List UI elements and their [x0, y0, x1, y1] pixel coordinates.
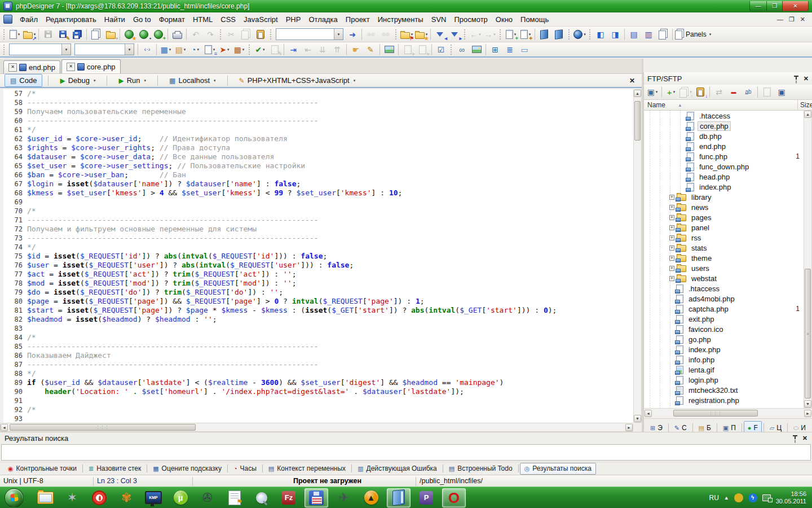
- code-line[interactable]: 61*/: [3, 125, 633, 134]
- menu-php[interactable]: PHP: [282, 14, 305, 25]
- code-line[interactable]: 62$user_id = $core->user_id; // Идентифи…: [3, 134, 633, 143]
- menu-инструменты[interactable]: Инструменты: [374, 14, 427, 25]
- expand-icon[interactable]: +: [669, 205, 674, 210]
- code-line[interactable]: 67$login = isset($datauser['name']) ? $d…: [3, 179, 633, 189]
- menu-go-to[interactable]: Go to: [129, 14, 155, 25]
- expand-icon[interactable]: +: [669, 195, 674, 200]
- code-line[interactable]: 81$start = isset($_REQUEST['page']) ? $p…: [3, 306, 633, 315]
- menu-html[interactable]: HTML: [189, 14, 217, 25]
- tree-vertical-scrollbar[interactable]: ▲ ≡ ▼: [804, 111, 812, 408]
- transfer-icon[interactable]: ⇄: [712, 85, 726, 99]
- code-line[interactable]: 82$headmod = isset($headmod) ? $headmod …: [3, 315, 633, 324]
- goto-wizard-icon[interactable]: ➤▾: [217, 43, 232, 56]
- tree-item-func-down-php[interactable]: func_down.php: [687, 161, 812, 172]
- code-line[interactable]: 89if ($user_id && $datauser['lastdate'] …: [3, 378, 633, 387]
- previous-document-icon[interactable]: ▸: [415, 43, 430, 56]
- tray-bolt-icon[interactable]: ϟ: [748, 493, 757, 502]
- tab-current-error[interactable]: ▥Действующая Ошибка: [353, 463, 442, 475]
- code-line[interactable]: 57/*: [3, 89, 633, 98]
- browser-preview-icon[interactable]: ★: [122, 28, 136, 41]
- bookmark-list-icon[interactable]: ★▾: [414, 28, 429, 41]
- language-indicator[interactable]: RU: [709, 494, 718, 502]
- scroll-right-icon[interactable]: ►: [804, 410, 811, 417]
- insert-image-icon[interactable]: [469, 43, 484, 56]
- form-wizard-icon[interactable]: ▤▾: [173, 43, 188, 56]
- ftp-close-icon[interactable]: ✕: [804, 76, 809, 82]
- tree-item-mtcheck320-txt[interactable]: mtcheck320.txt: [676, 385, 812, 395]
- tree-item--htaccess[interactable]: .htaccess: [676, 283, 812, 294]
- scroll-left-icon[interactable]: ◄: [1, 424, 8, 431]
- expand-icon[interactable]: +: [669, 246, 674, 251]
- editor-toolbar-close-icon[interactable]: ✕: [627, 77, 637, 85]
- tab-close-icon[interactable]: ✕: [8, 63, 17, 72]
- expand-icon[interactable]: +: [669, 215, 674, 220]
- tab-watches[interactable]: ◔Часы: [229, 463, 261, 475]
- code-line[interactable]: 69: [3, 198, 633, 207]
- column-size[interactable]: Size: [797, 100, 812, 110]
- code-line[interactable]: 77$act = isset($_REQUEST['act']) ? trim(…: [3, 270, 633, 279]
- scroll-down-icon[interactable]: ▼: [634, 415, 641, 422]
- results-close-icon[interactable]: ✕: [802, 435, 807, 441]
- navigate-forward-icon[interactable]: →▾: [483, 28, 497, 41]
- code-line[interactable]: 71--------------------------------------…: [3, 216, 633, 225]
- code-line[interactable]: 76$user = isset($_REQUEST['user']) ? abs…: [3, 261, 633, 270]
- code-line[interactable]: 66$ban = $core->user_ban; // Бан: [3, 170, 633, 179]
- tray-network-icon[interactable]: [762, 494, 771, 501]
- code-line[interactable]: 86Показываем Дайджест: [3, 351, 633, 360]
- menu-окно[interactable]: Окно: [492, 14, 517, 25]
- indent-icon[interactable]: ⇥: [286, 43, 301, 56]
- tray-agent-icon[interactable]: [734, 493, 743, 502]
- tree-item-core-php[interactable]: core.php: [687, 121, 812, 131]
- code-line[interactable]: 85--------------------------------------…: [3, 342, 633, 351]
- menu-javascript[interactable]: JavaScript: [240, 14, 282, 25]
- uncomment-icon[interactable]: ⇈: [330, 43, 345, 56]
- code-line[interactable]: 75$id = isset($_REQUEST['id']) ? abs(int…: [3, 252, 633, 261]
- panels-button[interactable]: Panels▾: [674, 28, 712, 41]
- insert-link-icon[interactable]: ∞: [454, 43, 469, 56]
- menu-отладка[interactable]: Отладка: [304, 14, 341, 25]
- delete-icon[interactable]: ▬: [726, 85, 741, 99]
- undo-icon[interactable]: ↶: [188, 28, 203, 41]
- code-line[interactable]: 60--------------------------------------…: [3, 116, 633, 125]
- code-line[interactable]: 90 header('Location: ' . $set['homeurl']…: [3, 387, 633, 396]
- tree-item--htaccess[interactable]: .htaccess: [687, 111, 812, 121]
- tab-evaluate[interactable]: ▦Оцените подсказку: [148, 463, 226, 475]
- open-file-icon[interactable]: ↗▾: [22, 28, 37, 41]
- code-button[interactable]: ▤Code: [5, 74, 42, 87]
- navigate-back-icon[interactable]: ←▾: [468, 28, 483, 41]
- code-line[interactable]: 83: [3, 324, 633, 333]
- insert-list-icon[interactable]: ≣: [502, 43, 517, 56]
- rename-icon[interactable]: a̲b: [741, 85, 756, 99]
- code-line[interactable]: 65$set_user = $core->user_settings; // П…: [3, 161, 633, 170]
- previous-window-icon[interactable]: ◧: [593, 28, 608, 41]
- tree-item-library[interactable]: +library: [669, 192, 812, 202]
- taskbar-explorer-icon[interactable]: [34, 489, 56, 507]
- taskbar-jet-icon[interactable]: ✈: [333, 489, 355, 507]
- pin-icon[interactable]: [793, 76, 799, 82]
- tree-item-index-php[interactable]: index.php: [687, 182, 812, 192]
- find-next-icon[interactable]: ◎◎: [378, 28, 393, 41]
- taskbar-burner-icon[interactable]: [88, 489, 111, 507]
- upload-library-icon[interactable]: [537, 28, 551, 41]
- code-line[interactable]: 64$datauser = $core->user_data; // Все д…: [3, 152, 633, 161]
- syntax-check-icon[interactable]: ✔▾: [253, 43, 267, 56]
- browser-add-icon[interactable]: +: [151, 28, 166, 41]
- taskbar-kmplayer-icon[interactable]: KMP: [142, 489, 165, 507]
- minimize-button[interactable]: —: [749, 1, 767, 11]
- tree-item-stats[interactable]: +stats: [669, 243, 812, 253]
- tree-item-info-php[interactable]: info.php: [676, 354, 812, 365]
- expand-icon[interactable]: +: [669, 266, 674, 271]
- tree-horizontal-scrollbar[interactable]: ◄ ⋮⋮⋮ ►: [644, 408, 812, 418]
- scroll-right-icon[interactable]: ►: [625, 424, 633, 431]
- expand-icon[interactable]: +: [669, 225, 674, 230]
- cascade-windows-icon[interactable]: [656, 28, 670, 41]
- upload-icon[interactable]: ↑▾: [678, 85, 693, 99]
- menu-svn[interactable]: SVN: [427, 14, 451, 25]
- next-window-icon[interactable]: ◨: [608, 28, 623, 41]
- properties-icon[interactable]: [760, 85, 774, 99]
- tree-item-webstat[interactable]: +webstat: [669, 273, 812, 283]
- insert-table-icon[interactable]: ⊞: [488, 43, 502, 56]
- folder-page-icon[interactable]: ▫: [103, 28, 118, 41]
- taskbar-tools-icon[interactable]: ✶: [61, 489, 83, 507]
- tree-item-db-php[interactable]: db.php: [687, 131, 812, 141]
